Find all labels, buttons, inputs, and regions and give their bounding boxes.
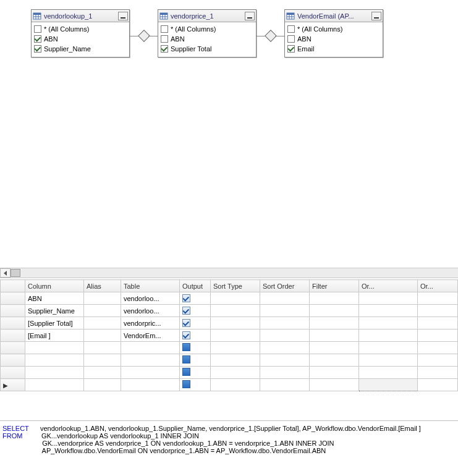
column-row[interactable]: Supplier Total [159, 44, 255, 54]
cell-output[interactable] [180, 354, 211, 367]
cell-filter[interactable] [310, 354, 359, 367]
output-checkbox[interactable] [182, 307, 190, 315]
cell-column[interactable]: ABN [25, 292, 84, 305]
cell-sorttype[interactable] [211, 354, 260, 367]
cell-sortorder[interactable] [260, 342, 310, 354]
cell-table[interactable]: VendorEm... [121, 329, 180, 342]
cell-sorttype[interactable] [211, 367, 260, 379]
cell-or2[interactable] [418, 329, 458, 342]
cell-table[interactable]: vendorloo... [121, 305, 180, 317]
column-checkbox[interactable] [161, 25, 168, 33]
cell-table[interactable]: vendorpric... [121, 317, 180, 329]
col-header-sorttype[interactable]: Sort Type [211, 280, 260, 292]
cell-sortorder[interactable] [260, 379, 310, 391]
cell-filter[interactable] [310, 317, 359, 329]
row-header[interactable] [1, 342, 25, 354]
table-box-t3[interactable]: VendorEmail (AP...* (All Columns)ABNEmai… [284, 9, 383, 57]
cell-sortorder[interactable] [260, 354, 310, 367]
minimize-button[interactable] [118, 12, 128, 20]
column-row[interactable]: ABN [159, 34, 255, 44]
scroll-thumb[interactable] [11, 269, 20, 277]
grid-row[interactable]: [Supplier Total]vendorpric... [1, 317, 458, 329]
cell-column[interactable]: [Email ] [25, 329, 84, 342]
cell-column[interactable] [25, 354, 84, 367]
table-box-t2[interactable]: vendorprice_1* (All Columns)ABNSupplier … [158, 9, 257, 57]
row-header[interactable] [1, 292, 25, 305]
col-header-sortorder[interactable]: Sort Order [260, 280, 310, 292]
cell-filter[interactable] [310, 367, 359, 379]
output-checkbox[interactable] [182, 355, 190, 363]
cell-sorttype[interactable] [211, 379, 260, 391]
cell-table[interactable]: vendorloo... [121, 292, 180, 305]
grid-row[interactable]: [Email ]VendorEm... [1, 329, 458, 342]
column-checkbox[interactable] [161, 35, 168, 43]
row-header[interactable]: ▶ [1, 379, 25, 391]
row-header[interactable] [1, 329, 25, 342]
cell-or2[interactable] [418, 305, 458, 317]
cell-sortorder[interactable] [260, 317, 310, 329]
grid-row[interactable] [1, 342, 458, 354]
cell-sortorder[interactable] [260, 292, 310, 305]
col-header-output[interactable]: Output [180, 280, 211, 292]
column-row[interactable]: ABN [286, 34, 381, 44]
table-box-t1[interactable]: vendorlookup_1* (All Columns)ABNSupplier… [31, 9, 130, 57]
table-titlebar[interactable]: VendorEmail (AP... [285, 10, 383, 22]
table-titlebar[interactable]: vendorlookup_1 [32, 10, 129, 22]
cell-alias[interactable] [84, 329, 121, 342]
cell-output[interactable] [180, 342, 211, 354]
cell-alias[interactable] [84, 367, 121, 379]
sql-pane[interactable]: SELECT vendorlookup_1.ABN, vendorlookup_… [0, 420, 458, 476]
column-checkbox[interactable] [287, 35, 295, 43]
cell-output[interactable] [180, 317, 211, 329]
cell-alias[interactable] [84, 305, 121, 317]
cell-or1[interactable] [359, 342, 418, 354]
column-checkbox[interactable] [34, 25, 41, 33]
cell-table[interactable] [121, 367, 180, 379]
column-row[interactable]: * (All Columns) [159, 24, 255, 34]
column-checkbox[interactable] [287, 25, 295, 33]
cell-output[interactable] [180, 305, 211, 317]
scroll-left-button[interactable] [0, 268, 11, 278]
output-checkbox[interactable] [182, 331, 190, 339]
cell-sorttype[interactable] [211, 305, 260, 317]
output-checkbox[interactable] [182, 294, 190, 302]
output-checkbox[interactable] [182, 319, 190, 327]
cell-alias[interactable] [84, 379, 121, 391]
col-header-table[interactable]: Table [121, 280, 180, 292]
column-row[interactable]: * (All Columns) [33, 24, 128, 34]
col-header-alias[interactable]: Alias [84, 280, 121, 292]
col-header-column[interactable]: Column [25, 280, 84, 292]
diagram-pane[interactable]: vendorlookup_1* (All Columns)ABNSupplier… [0, 0, 458, 268]
cell-sortorder[interactable] [260, 367, 310, 379]
column-checkbox[interactable] [161, 45, 168, 53]
column-checkbox[interactable] [34, 35, 41, 43]
cell-or1[interactable] [359, 292, 418, 305]
column-checkbox[interactable] [287, 45, 295, 53]
cell-alias[interactable] [84, 317, 121, 329]
column-row[interactable]: * (All Columns) [286, 24, 381, 34]
cell-table[interactable] [121, 342, 180, 354]
row-header[interactable] [1, 305, 25, 317]
cell-or2[interactable] [418, 317, 458, 329]
cell-filter[interactable] [310, 342, 359, 354]
col-header-or2[interactable]: Or... [418, 280, 458, 292]
cell-sorttype[interactable] [211, 329, 260, 342]
cell-or2[interactable] [418, 354, 458, 367]
cell-alias[interactable] [84, 292, 121, 305]
cell-sorttype[interactable] [211, 342, 260, 354]
cell-column[interactable] [25, 342, 84, 354]
cell-or1[interactable] [359, 305, 418, 317]
cell-or1[interactable] [359, 354, 418, 367]
criteria-grid[interactable]: Column Alias Table Output Sort Type Sort… [0, 279, 458, 391]
cell-column[interactable]: Supplier_Name [25, 305, 84, 317]
cell-table[interactable] [121, 379, 180, 391]
cell-or1[interactable] [359, 367, 418, 379]
cell-filter[interactable] [310, 292, 359, 305]
cell-column[interactable] [25, 379, 84, 391]
grid-row[interactable] [1, 367, 458, 379]
row-header[interactable] [1, 354, 25, 367]
cell-or2[interactable] [418, 342, 458, 354]
column-row[interactable]: Supplier_Name [33, 44, 128, 54]
row-header[interactable] [1, 317, 25, 329]
cell-filter[interactable] [310, 379, 359, 391]
